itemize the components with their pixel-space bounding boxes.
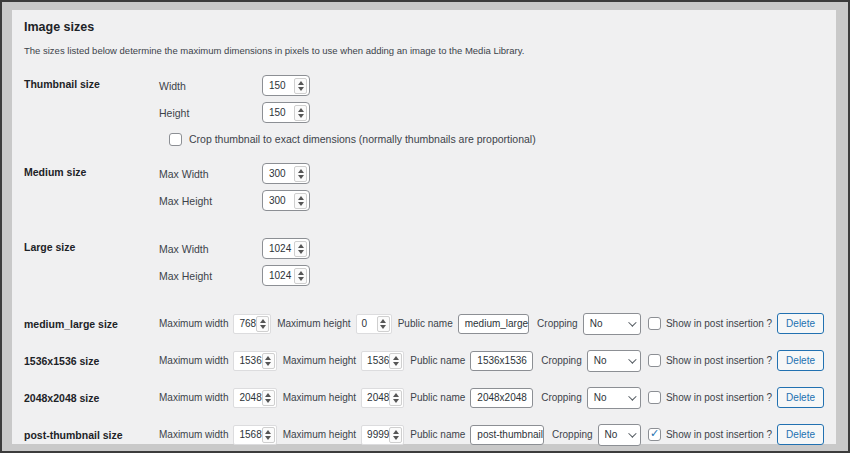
max-width-input[interactable]: 1568 [233,425,276,445]
cropping-select[interactable]: No [587,387,641,409]
cropping-select[interactable]: No [587,350,641,372]
spin-up-icon[interactable] [393,393,399,397]
dimension-field-row: Width 150 [159,72,824,99]
spin-up-icon[interactable] [298,271,304,275]
dimension-field-row: Max Width 300 [159,160,824,187]
max-height-value: 1536 [367,355,389,366]
spin-up-icon[interactable] [380,319,386,323]
spin-down-icon[interactable] [298,87,304,91]
field-label: Max Width [159,243,262,255]
number-input[interactable]: 300 [262,163,310,184]
spinner-control[interactable] [389,427,402,443]
cropping-select[interactable]: No [583,313,641,335]
number-input[interactable]: 300 [262,190,310,211]
number-input[interactable]: 150 [262,75,310,96]
number-value: 1024 [269,270,294,281]
max-height-input[interactable]: 9999 [361,425,404,445]
custom-size-row: 2048x2048 size Maximum width 2048 Maximu… [24,379,824,416]
section-rows: Max Width 300 Max Height 300 [159,160,824,214]
spin-up-icon[interactable] [393,356,399,360]
spin-up-icon[interactable] [265,356,271,360]
max-width-input[interactable]: 1536 [233,351,276,371]
public-name-input[interactable]: 2048x2048 [470,388,533,408]
delete-button[interactable]: Delete [777,387,824,408]
number-input[interactable]: 1024 [262,265,310,286]
spinner-control[interactable] [262,390,275,406]
spin-up-icon[interactable] [298,108,304,112]
spinner-control[interactable] [294,241,307,257]
number-value: 150 [269,80,294,91]
spinner-control[interactable] [389,390,402,406]
max-width-label: Maximum width [159,429,228,440]
spin-down-icon[interactable] [393,399,399,403]
custom-size-row: 1536x1536 size Maximum width 1536 Maximu… [24,342,824,379]
max-width-input[interactable]: 768 [233,314,271,334]
spin-down-icon[interactable] [298,277,304,281]
field-label: Max Width [159,168,262,180]
max-width-value: 2048 [239,392,261,403]
spin-up-icon[interactable] [298,169,304,173]
spin-down-icon[interactable] [265,436,271,440]
number-input[interactable]: 150 [262,102,310,123]
delete-button[interactable]: Delete [777,424,824,445]
spin-down-icon[interactable] [298,202,304,206]
spin-down-icon[interactable] [265,362,271,366]
cropping-label: Cropping [541,355,582,366]
max-height-label: Maximum height [283,429,356,440]
spin-down-icon[interactable] [298,250,304,254]
spin-up-icon[interactable] [393,430,399,434]
spin-down-icon[interactable] [393,436,399,440]
spinner-control[interactable] [294,166,307,182]
spinner-control[interactable] [256,316,269,332]
crop-checkbox-label: Crop thumbnail to exact dimensions (norm… [189,133,536,145]
spin-up-icon[interactable] [265,430,271,434]
custom-size-name: medium_large size [24,318,159,330]
spin-down-icon[interactable] [380,325,386,329]
chevron-down-icon [628,429,636,437]
max-height-label: Maximum height [283,392,356,403]
spinner-control[interactable] [294,268,307,284]
cropping-label: Cropping [552,429,593,440]
spin-down-icon[interactable] [393,362,399,366]
spin-up-icon[interactable] [260,319,266,323]
field-label: Width [159,80,262,92]
chevron-down-icon [628,355,636,363]
max-height-input[interactable]: 1536 [361,351,404,371]
max-height-input[interactable]: 2048 [361,388,404,408]
max-height-value: 2048 [367,392,389,403]
spinner-control[interactable] [262,353,275,369]
show-in-post-checkbox[interactable] [648,428,661,441]
spin-up-icon[interactable] [298,244,304,248]
spinner-control[interactable] [294,193,307,209]
section-label: Large size [24,235,159,253]
size-section: Large size Max Width 1024 Max Height 102… [24,235,824,289]
number-input[interactable]: 1024 [262,238,310,259]
cropping-select[interactable]: No [598,424,641,446]
max-height-input[interactable]: 0 [356,314,392,334]
field-label: Max Height [159,195,262,207]
dimension-field-row: Max Height 1024 [159,262,824,289]
show-in-post-checkbox[interactable] [648,391,661,404]
spin-up-icon[interactable] [298,81,304,85]
public-name-input[interactable]: medium_large [458,314,529,334]
spinner-control[interactable] [389,353,402,369]
delete-button[interactable]: Delete [777,350,824,371]
show-in-post-checkbox[interactable] [648,354,661,367]
spin-up-icon[interactable] [265,393,271,397]
spin-down-icon[interactable] [265,399,271,403]
max-width-input[interactable]: 2048 [233,388,276,408]
show-in-post-checkbox[interactable] [648,317,661,330]
spin-down-icon[interactable] [298,114,304,118]
crop-checkbox[interactable] [169,133,182,146]
spinner-control[interactable] [294,105,307,121]
spin-down-icon[interactable] [260,325,266,329]
public-name-input[interactable]: post-thumbnail [470,425,544,445]
spinner-control[interactable] [262,427,275,443]
spinner-control[interactable] [294,78,307,94]
spin-up-icon[interactable] [298,196,304,200]
public-name-input[interactable]: 1536x1536 [470,351,533,371]
show-in-post-label: Show in post insertion ? [666,318,772,329]
delete-button[interactable]: Delete [777,313,824,334]
spin-down-icon[interactable] [298,175,304,179]
spinner-control[interactable] [377,316,390,332]
